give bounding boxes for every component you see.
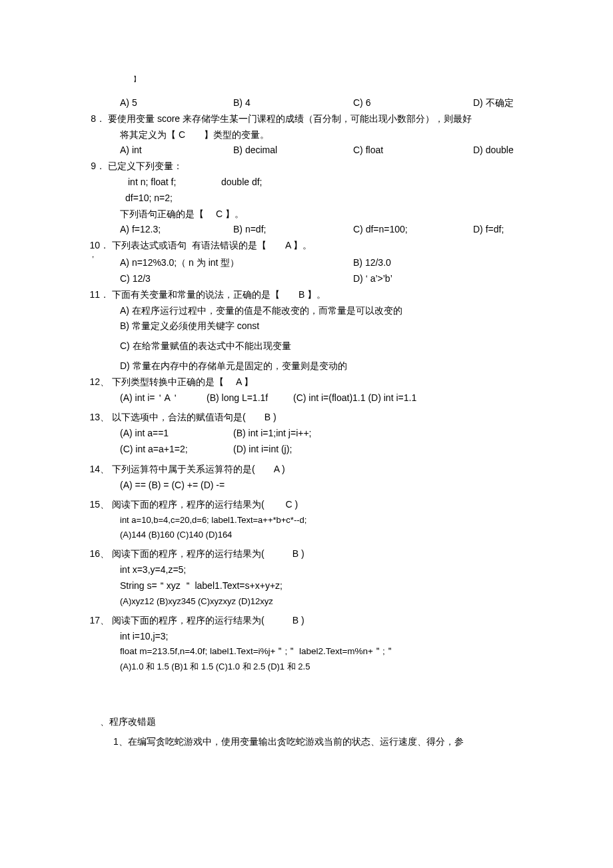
q10-opt-a: A) n=12%3.0;（ n 为 int 型） <box>120 255 353 271</box>
q9: 9． 已定义下列变量： <box>87 159 526 175</box>
q12-a: (A) int i=＇A＇ <box>120 390 207 406</box>
q12: 12、 下列类型转换中正确的是【 A 】 <box>87 374 526 390</box>
section2-q1: 1、在编写贪吃蛇游戏中，使用变量输出贪吃蛇游戏当前的状态、运行速度、得分，参 <box>87 734 526 750</box>
q8-opt-c: C) float <box>353 143 473 159</box>
q12-text: 下列类型转换中正确的是【 A 】 <box>112 374 526 390</box>
q13-row1: (A) int a==1 (B) int i=1;int j=i++; <box>87 426 526 442</box>
q9-l1b: double df; <box>221 175 263 191</box>
q9-line1: int n; float f; double df; <box>87 175 526 191</box>
stray-text: 】 <box>87 73 526 85</box>
q16-opts: (A)xyz12 (B)xyz345 (C)xyzxyz (D)12xyz <box>87 594 526 609</box>
q15-num: 15、 <box>87 497 112 513</box>
q8-opt-b: B) decimal <box>233 143 353 159</box>
q11-d: D) 常量在内存中的存储单元是固定的，变量则是变动的 <box>87 358 526 374</box>
q10-num: 10． <box>87 238 112 254</box>
q8: 8． 要使用变量 score 来存储学生某一门课程的成绩（百分制，可能出现小数部… <box>87 111 526 127</box>
q14-opts: (A) == (B) = (C) += (D) -= <box>87 478 526 494</box>
q15-opts: (A)144 (B)160 (C)140 (D)164 <box>87 528 526 542</box>
q9-num: 9． <box>87 159 108 175</box>
q14-num: 14、 <box>87 462 112 478</box>
q16-code1: int x=3,y=4,z=5; <box>87 562 526 578</box>
q11-num: 11． <box>87 287 112 303</box>
q7-opt-d: D) 不确定 <box>473 95 514 111</box>
q13-num: 13、 <box>87 410 112 426</box>
q17-num: 17、 <box>87 613 112 629</box>
q10-text-b: 有语法错误的是【 A 】。 <box>192 238 312 254</box>
q17-code1: int i=10,j=3; <box>87 629 526 645</box>
q17-code2: float m=213.5f,n=4.0f; label1.Text=i%j+＂… <box>87 644 526 659</box>
q9-options: A) f=12.3; B) n=df; C) df=n=100; D) f=df… <box>87 222 526 238</box>
q8-opt-d: D) double <box>473 143 514 159</box>
q10-row1: A) n=12%3.0;（ n 为 int 型） B) 12/3.0 <box>87 255 526 271</box>
q17-opts: (A)1.0 和 1.5 (B)1 和 1.5 (C)1.0 和 2.5 (D)… <box>87 659 526 674</box>
q9-l1a: int n; float f; <box>128 175 221 191</box>
q11-a: A) 在程序运行过程中，变量的值是不能改变的，而常量是可以改变的 <box>87 303 526 319</box>
q15-text: 阅读下面的程序，程序的运行结果为( C ) <box>112 497 526 513</box>
q16: 16、 阅读下面的程序，程序的运行结果为( B ) <box>87 546 526 562</box>
q10-opt-d: D) ‘ a’>’b’ <box>353 271 392 287</box>
q8-text-a: 要使用变量 score 来存储学生某一门课程的成绩（百分制，可能出现小数部分），… <box>108 111 526 127</box>
q16-code2: String s=＂xyz ＂ label1.Text=s+x+y+z; <box>87 578 526 594</box>
q9-line3: 下列语句正确的是【 C 】。 <box>87 207 526 222</box>
q15-code: int a=10,b=4,c=20,d=6; label1.Text=a++*b… <box>87 513 526 528</box>
q13: 13、 以下选项中，合法的赋值语句是( B ) <box>87 410 526 426</box>
section2-title: 、程序改错题 <box>87 714 526 730</box>
q13-c: (C) int a=a+1=2; <box>120 442 233 458</box>
q10-row2: C) 12/3 D) ‘ a’>’b’ <box>87 271 526 287</box>
q13-a: (A) int a==1 <box>120 426 233 442</box>
q9-opt-d: D) f=df; <box>473 222 504 238</box>
q9-text: 已定义下列变量： <box>108 159 526 175</box>
q13-row2: (C) int a=a+1=2; (D) int i=int (j); <box>87 442 526 458</box>
q12-b: (B) long L=1.1f <box>207 390 293 406</box>
q8-text-b: 将其定义为【 C 】类型的变量。 <box>87 127 526 143</box>
q11-c: C) 在给常量赋值的表达式中不能出现变量 <box>87 338 526 354</box>
q8-num: 8． <box>87 111 108 127</box>
q11-text: 下面有关变量和常量的说法，正确的是【 B 】。 <box>112 287 526 303</box>
q16-text: 阅读下面的程序，程序的运行结果为( B ) <box>112 546 526 562</box>
q9-opt-c: C) df=n=100; <box>353 222 473 238</box>
q12-opts: (A) int i=＇A＇ (B) long L=1.1f (C) int i=… <box>87 390 526 406</box>
q9-line2: df=10; n=2; <box>87 191 526 207</box>
q13-d: (D) int i=int (j); <box>233 442 292 458</box>
q8-options: A) int B) decimal C) float D) double <box>87 143 526 159</box>
q9-opt-a: A) f=12.3; <box>120 222 233 238</box>
q7-opt-b: B) 4 <box>233 95 353 111</box>
q14-text: 下列运算符中属于关系运算符的是( A ) <box>112 462 526 478</box>
q10-opt-c: C) 12/3 <box>120 271 353 287</box>
q13-text: 以下选项中，合法的赋值语句是( B ) <box>112 410 526 426</box>
q12-num: 12、 <box>87 374 112 390</box>
q10-opt-b: B) 12/3.0 <box>353 255 391 271</box>
q17-text: 阅读下面的程序，程序的运行结果为( B ) <box>112 613 526 629</box>
q7-opt-c: C) 6 <box>353 95 473 111</box>
q17: 17、 阅读下面的程序，程序的运行结果为( B ) <box>87 613 526 629</box>
q11: 11． 下面有关变量和常量的说法，正确的是【 B 】。 <box>87 287 526 303</box>
q9-opt-b: B) n=df; <box>233 222 353 238</box>
q10-text-a: 下列表达式或语句 <box>112 238 192 254</box>
q11-b: B) 常量定义必须使用关键字 const <box>87 318 526 334</box>
q10: 10． 下列表达式或语句 有语法错误的是【 A 】。 <box>87 238 526 254</box>
q14: 14、 下列运算符中属于关系运算符的是( A ) <box>87 462 526 478</box>
q12-c: (C) int i=(float)1.1 (D) int i=1.1 <box>293 390 416 406</box>
q16-num: 16、 <box>87 546 112 562</box>
q7-options: A) 5 B) 4 C) 6 D) 不确定 <box>87 95 526 111</box>
q8-opt-a: A) int <box>120 143 233 159</box>
q13-b: (B) int i=1;int j=i++; <box>233 426 312 442</box>
q7-opt-a: A) 5 <box>120 95 233 111</box>
q15: 15、 阅读下面的程序，程序的运行结果为( C ) <box>87 497 526 513</box>
